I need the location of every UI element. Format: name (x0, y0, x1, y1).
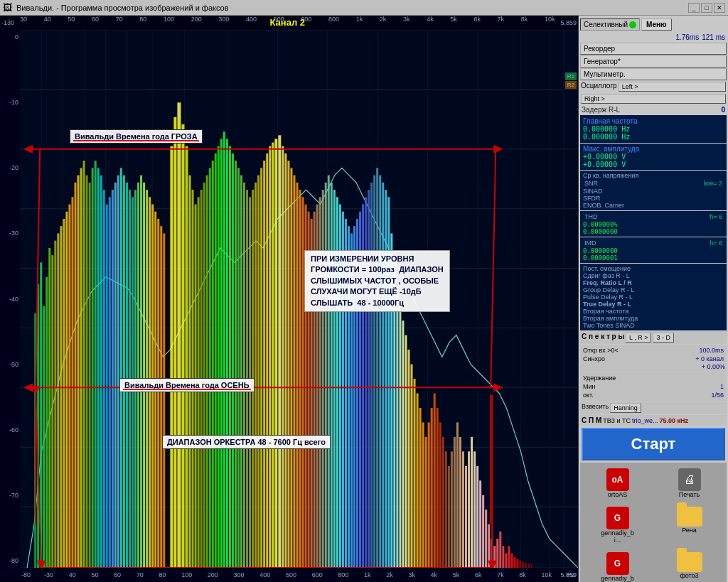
graph-container: Вивальди Времена года ГРОЗА Вивальди Вре… (20, 30, 578, 568)
svg-rect-44 (86, 176, 88, 568)
svg-rect-139 (368, 190, 370, 568)
svg-rect-41 (77, 176, 80, 568)
imd-section: IMD h= 6 0.0000000 0.0000001 (580, 237, 727, 263)
menu-button[interactable]: Меню (641, 18, 671, 31)
svg-rect-85 (212, 161, 214, 568)
svg-rect-192 (519, 561, 520, 568)
svg-rect-55 (117, 176, 119, 568)
svg-rect-157 (419, 408, 422, 568)
svg-rect-87 (218, 146, 220, 568)
titlebar-controls[interactable]: _ □ ✕ (688, 3, 725, 13)
svg-rect-114 (296, 183, 298, 568)
menu-values: 1.76ms 121 ms (580, 33, 727, 42)
measurement-annotation: ПРИ ИЗМЕРЕНИИ УРОВНЯ ГРОМКОСТИ = 100раз … (304, 250, 450, 312)
svg-rect-124 (325, 183, 327, 568)
oscilloscope-row: Осциллогр Left > (580, 81, 727, 92)
desktop-icon-foto3[interactable]: фото3 (655, 549, 724, 582)
desktop-icon-rena[interactable]: Рена (655, 504, 724, 546)
multimeter-button[interactable]: Мультиметр. (580, 68, 727, 80)
svg-marker-198 (23, 145, 33, 153)
right-button[interactable]: Right > (581, 94, 726, 104)
close-button[interactable]: ✕ (714, 3, 725, 13)
svg-rect-149 (396, 291, 398, 568)
svg-rect-169 (454, 437, 456, 568)
svg-rect-102 (260, 168, 262, 568)
minimize-button[interactable]: _ (688, 3, 700, 13)
svg-rect-127 (333, 190, 336, 568)
svg-rect-172 (462, 451, 464, 568)
svg-rect-84 (209, 168, 211, 568)
svg-rect-125 (328, 176, 330, 568)
start-button[interactable]: Старт (582, 428, 725, 460)
svg-rect-70 (160, 226, 162, 568)
hanning-button[interactable]: Hanning (610, 403, 641, 413)
svg-rect-91 (229, 146, 231, 568)
svg-rect-177 (476, 466, 478, 568)
svg-rect-150 (399, 306, 401, 568)
svg-rect-42 (80, 168, 82, 568)
svg-rect-190 (513, 557, 515, 568)
svg-rect-101 (257, 176, 259, 568)
amp-section: Макс. амплитуда +0.00000 V +0.00000 V (580, 144, 727, 170)
svg-rect-166 (445, 451, 447, 568)
svg-rect-194 (525, 563, 527, 568)
svg-rect-47 (95, 161, 97, 568)
svg-rect-168 (451, 451, 453, 568)
svg-rect-160 (428, 422, 430, 568)
svg-rect-32 (51, 255, 53, 568)
spectra-3d-button[interactable]: 3 - D (653, 333, 674, 343)
svg-rect-56 (120, 168, 122, 568)
svg-rect-156 (417, 393, 419, 568)
svg-rect-93 (235, 161, 237, 568)
svg-rect-108 (278, 135, 281, 568)
svg-rect-75 (181, 124, 184, 568)
svg-rect-58 (126, 183, 128, 568)
svg-rect-76 (185, 146, 188, 568)
svg-rect-103 (263, 161, 265, 568)
svg-rect-143 (379, 176, 381, 568)
spm-section: С П М ТВЗ и ТС trio_we... 75.00 кHz (580, 415, 727, 426)
svg-rect-90 (226, 139, 228, 568)
desktop-icon-ortoas[interactable]: oA ortoAS (583, 465, 652, 501)
freq-value-top: 5.859 (560, 19, 577, 26)
recorder-button[interactable]: Рекордер (580, 43, 727, 55)
svg-rect-185 (499, 532, 501, 568)
sync-section: Откр вх >0< 100.0ms Синхро + 0 канал + 0… (580, 345, 727, 372)
svg-rect-40 (74, 183, 76, 568)
left-button[interactable]: Left > (619, 82, 726, 92)
svg-rect-48 (97, 168, 100, 568)
svg-rect-73 (173, 117, 176, 568)
svg-rect-159 (425, 437, 427, 568)
svg-rect-189 (510, 554, 513, 568)
svg-rect-109 (282, 146, 284, 568)
svg-rect-33 (54, 241, 56, 568)
svg-rect-35 (60, 226, 62, 568)
generator-button[interactable]: Генератор* (580, 55, 727, 68)
top-controls: Селективный Меню (580, 17, 727, 32)
desktop-icon-gennadiy1[interactable]: G gennadiy_bi... (583, 504, 652, 546)
right-panel: Селективный Меню 1.76ms 121 ms Рекордер … (579, 16, 728, 582)
spectra-lr-button[interactable]: L , R > (626, 333, 651, 343)
svg-rect-96 (243, 183, 245, 568)
svg-rect-179 (482, 495, 484, 568)
svg-rect-170 (456, 422, 459, 568)
desktop-icon-gennadiy2[interactable]: G gennadiy_bi... (1) (583, 549, 652, 582)
svg-rect-184 (496, 539, 498, 568)
spectrum-svg (20, 30, 578, 568)
freq-axis-bottom: -80 -30 40 50 60 70 80 100 200 300 400 5… (20, 568, 578, 582)
desktop-icon-print[interactable]: 🖨 Печать (655, 465, 724, 501)
svg-rect-153 (407, 350, 410, 568)
svg-rect-83 (206, 176, 208, 568)
svg-rect-63 (140, 176, 142, 568)
svg-rect-36 (63, 219, 65, 568)
svg-rect-29 (43, 306, 45, 568)
svg-rect-31 (48, 248, 50, 568)
svg-rect-50 (103, 190, 105, 568)
instrument-buttons: Рекордер Генератор* Мультиметр. (580, 43, 727, 80)
svg-rect-145 (385, 190, 387, 568)
maximize-button[interactable]: □ (701, 3, 712, 13)
thd-section: THD h= 6 0.000000% 0.0000000 (580, 211, 727, 237)
svg-rect-161 (431, 408, 433, 568)
spectra-section: С п е к т р ы L , R > 3 - D (580, 331, 727, 344)
svg-rect-175 (471, 437, 473, 568)
